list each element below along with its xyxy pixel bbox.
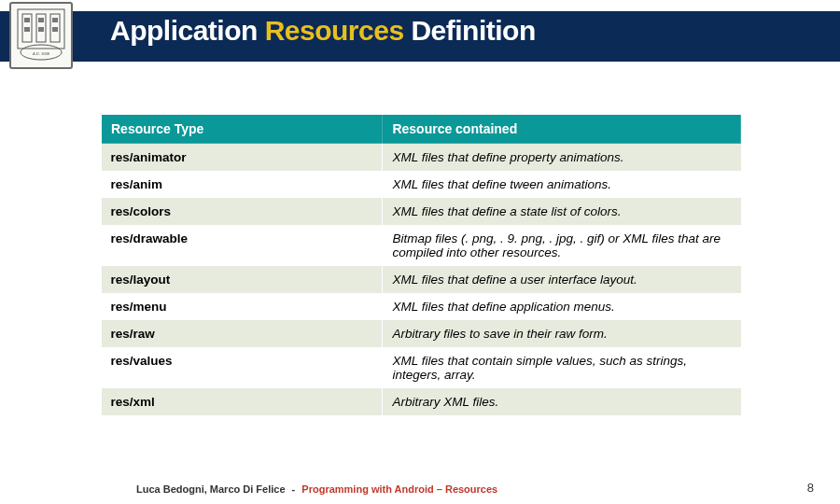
page-number: 8: [807, 481, 814, 495]
table-row: res/colorsXML files that define a state …: [102, 198, 741, 225]
cell-type: res/menu: [102, 293, 383, 320]
svg-rect-8: [38, 27, 44, 32]
university-seal-logo: A.D. 1088: [9, 2, 73, 69]
footer-sep: -: [292, 483, 296, 495]
cell-desc: Arbitrary files to save in their raw for…: [383, 320, 741, 347]
cell-desc: Bitmap files (. png, . 9. png, . jpg, . …: [383, 225, 741, 266]
svg-rect-4: [24, 18, 30, 22]
header-desc: Resource contained: [383, 115, 741, 144]
cell-type: res/drawable: [102, 225, 383, 266]
cell-type: res/xml: [102, 388, 383, 415]
cell-desc: XML files that define tween animations.: [383, 171, 741, 198]
table-row: res/valuesXML files that contain simple …: [102, 347, 741, 388]
cell-desc: XML files that contain simple values, su…: [383, 347, 741, 388]
cell-type: res/anim: [102, 171, 383, 198]
title-part2: Definition: [404, 15, 536, 46]
resources-table: Resource Type Resource contained res/ani…: [101, 114, 741, 415]
cell-desc: XML files that define application menus.: [383, 293, 741, 320]
svg-rect-7: [24, 27, 30, 32]
seal-icon: A.D. 1088: [17, 8, 65, 63]
cell-type: res/animator: [102, 144, 383, 172]
table-row: res/menuXML files that define applicatio…: [102, 293, 741, 320]
resources-table-wrap: Resource Type Resource contained res/ani…: [101, 114, 741, 415]
cell-desc: XML files that define a user interface l…: [383, 266, 741, 293]
slide: A.D. 1088 Application Resources Definiti…: [0, 0, 840, 504]
table-row: res/animXML files that define tween anim…: [102, 171, 741, 198]
table-row: res/drawableBitmap files (. png, . 9. pn…: [102, 225, 741, 266]
svg-rect-5: [38, 18, 44, 22]
title-accent: Resources: [265, 15, 404, 46]
footer-authors: Luca Bedogni, Marco Di Felice: [136, 483, 286, 495]
table-row: res/rawArbitrary files to save in their …: [102, 320, 741, 347]
svg-rect-6: [52, 18, 58, 22]
table-row: res/animatorXML files that define proper…: [102, 144, 741, 172]
table-header-row: Resource Type Resource contained: [102, 115, 741, 144]
cell-desc: XML files that define a state list of co…: [383, 198, 741, 225]
cell-desc: XML files that define property animation…: [383, 144, 741, 172]
header-type: Resource Type: [102, 115, 383, 144]
cell-type: res/colors: [102, 198, 383, 225]
cell-type: res/values: [102, 347, 383, 388]
table-row: res/layoutXML files that define a user i…: [102, 266, 741, 293]
title-part1: Application: [110, 15, 265, 46]
svg-text:A.D. 1088: A.D. 1088: [33, 51, 50, 56]
cell-type: res/raw: [102, 320, 383, 347]
table-row: res/xmlArbitrary XML files.: [102, 388, 741, 415]
slide-title: Application Resources Definition: [110, 15, 536, 47]
cell-type: res/layout: [102, 266, 383, 293]
footer-course: Programming with Android – Resources: [301, 483, 497, 495]
footer-left: Luca Bedogni, Marco Di Felice - Programm…: [136, 483, 497, 495]
svg-rect-9: [52, 27, 58, 32]
cell-desc: Arbitrary XML files.: [383, 388, 741, 415]
